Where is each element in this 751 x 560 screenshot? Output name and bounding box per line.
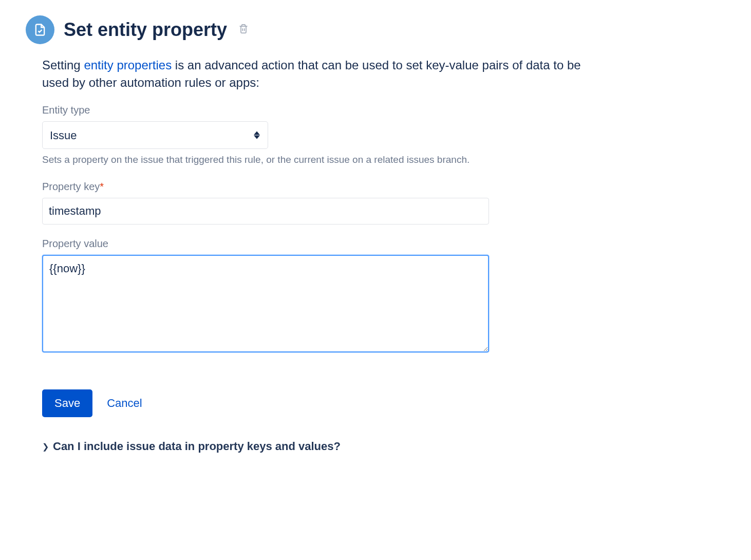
entity-property-icon — [26, 15, 54, 44]
save-button[interactable]: Save — [42, 389, 92, 417]
property-value-textarea[interactable]: {{now}} — [42, 255, 489, 352]
panel-header: Set entity property — [26, 15, 725, 44]
property-value-label: Property value — [42, 238, 607, 250]
help-expander-text: Can I include issue data in property key… — [53, 440, 341, 453]
entity-properties-link[interactable]: entity properties — [84, 58, 172, 72]
property-key-input[interactable] — [42, 198, 489, 225]
property-key-label: Property key* — [42, 181, 607, 193]
entity-type-help: Sets a property on the issue that trigge… — [42, 154, 607, 165]
help-expander[interactable]: ❯ Can I include issue data in property k… — [42, 440, 607, 453]
required-indicator: * — [100, 181, 104, 192]
panel-description: Setting entity properties is an advanced… — [42, 57, 607, 91]
delete-icon[interactable] — [238, 23, 249, 37]
chevron-right-icon: ❯ — [42, 442, 49, 452]
button-row: Save Cancel — [42, 389, 607, 417]
panel-title: Set entity property — [64, 19, 227, 41]
cancel-button[interactable]: Cancel — [107, 397, 142, 410]
entity-type-label: Entity type — [42, 104, 607, 116]
entity-type-select[interactable]: Issue — [42, 121, 268, 149]
description-prefix: Setting — [42, 58, 84, 72]
